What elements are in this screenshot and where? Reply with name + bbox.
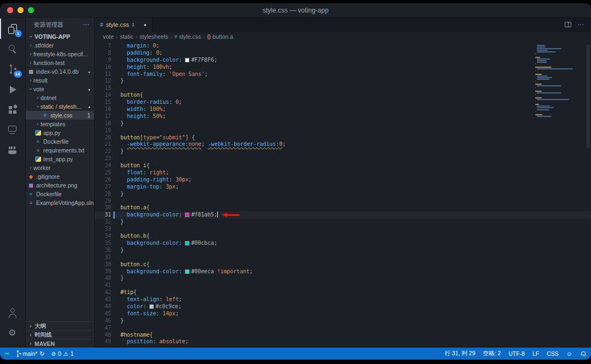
maven-panel-header[interactable]: › MAVEN xyxy=(26,339,94,348)
branch-status[interactable]: main* ↻ xyxy=(16,350,45,357)
code-line[interactable]: 20button[type="submit"] { xyxy=(95,134,591,142)
code-line[interactable]: 14button{ xyxy=(95,92,591,99)
section-header-voting-app[interactable]: › VOTING-APP xyxy=(26,32,94,41)
code-line[interactable]: 34button.b{ xyxy=(95,233,591,240)
code-line[interactable]: 16 width: 100%; xyxy=(95,106,591,113)
code-line[interactable]: 47 xyxy=(95,325,591,332)
remote-indicator[interactable]: >< xyxy=(4,351,9,356)
code-line[interactable]: 19 xyxy=(95,127,591,134)
split-editor-icon[interactable] xyxy=(565,22,571,27)
outline-panel-header[interactable]: › 大纲 xyxy=(26,321,94,330)
code-line[interactable]: 35 background-color: #00cbca; xyxy=(95,240,591,247)
code-line[interactable]: 12} xyxy=(95,78,591,85)
more-actions-icon[interactable]: ⋯ xyxy=(83,21,90,28)
minimize-button[interactable] xyxy=(18,7,24,13)
code-line[interactable]: 25 float: right; xyxy=(95,169,591,177)
code-line[interactable]: 31 background-color: #f81ab5; xyxy=(95,212,591,219)
editor-scrollbar[interactable] xyxy=(586,44,590,148)
editor-more-actions-icon[interactable]: ⋯ xyxy=(577,21,584,28)
code-line[interactable]: 17 height: 50%; xyxy=(95,113,591,120)
close-button[interactable] xyxy=(7,7,13,13)
tree-item[interactable]: ›static / stylesh...● xyxy=(26,102,94,111)
code-editor[interactable]: 7 margin: 0;8 padding: 0;9 background-co… xyxy=(95,42,591,348)
cursor-position-status[interactable]: 行 31, 列 29 xyxy=(444,350,475,357)
code-line[interactable]: 28} xyxy=(95,191,591,198)
tree-item[interactable]: ›function-test xyxy=(26,58,94,67)
tree-item[interactable]: ≡requirements.txt xyxy=(26,146,94,155)
problems-status[interactable]: ⊘ 0 ⚠ 1 xyxy=(51,350,74,357)
code-line[interactable]: 10 height: 100vh; xyxy=(95,64,591,71)
tree-item[interactable]: ›dotnet xyxy=(26,93,94,102)
code-line[interactable]: 13 xyxy=(95,85,591,92)
tree-item[interactable]: ≈Dockerfile xyxy=(26,190,94,198)
activity-item-search[interactable] xyxy=(0,39,26,59)
tree-item[interactable]: ›worker xyxy=(26,163,94,172)
breadcrumb-item[interactable]: {}button.a xyxy=(207,33,234,40)
minimap[interactable] xyxy=(535,45,582,118)
activity-item-explorer[interactable]: 1 xyxy=(0,19,26,39)
code-line[interactable]: 42#tip{ xyxy=(95,289,591,296)
zoom-button[interactable] xyxy=(28,7,34,13)
code-line[interactable]: 45 font-size: 14px; xyxy=(95,310,591,318)
code-line[interactable]: 37 xyxy=(95,254,591,261)
code-line[interactable]: 41 xyxy=(95,282,591,289)
notifications-bell-icon[interactable] xyxy=(580,351,586,357)
encoding-status[interactable]: UTF-8 xyxy=(508,350,525,357)
breadcrumb-item[interactable]: stylesheets xyxy=(140,33,169,40)
language-status[interactable]: CSS xyxy=(547,350,559,357)
code-line[interactable]: 15 border-radius: 0; xyxy=(95,99,591,106)
code-line[interactable]: 33 xyxy=(95,226,591,233)
tree-item[interactable]: ▦architecture.png xyxy=(26,181,94,190)
code-line[interactable]: 27 margin-top: 3px; xyxy=(95,184,591,191)
code-line[interactable]: 36} xyxy=(95,247,591,254)
code-line[interactable]: 38button.c{ xyxy=(95,261,591,268)
code-line[interactable]: 30button.a{ xyxy=(95,204,591,212)
activity-item-docker[interactable] xyxy=(0,140,26,160)
feedback-icon[interactable]: ☺ xyxy=(566,350,572,357)
breadcrumb-item[interactable]: static xyxy=(120,33,134,40)
activity-item-source-control[interactable]: 14 xyxy=(0,59,26,79)
tree-item[interactable]: ›vote● xyxy=(26,85,94,93)
code-line[interactable]: 40} xyxy=(95,275,591,282)
code-line[interactable]: 22} xyxy=(95,148,591,155)
code-line[interactable]: 26 padding-right: 30px; xyxy=(95,177,591,184)
tree-item[interactable]: ▤index-v0.14.0.db● xyxy=(26,67,94,76)
code-line[interactable]: 21 -webkit-appearance:none; -webkit-bord… xyxy=(95,141,591,148)
tree-item[interactable]: #style.css1 xyxy=(26,111,94,120)
code-line[interactable]: 8 padding: 0; xyxy=(95,50,591,57)
code-line[interactable]: 9 background-color: #F7F8F6; xyxy=(95,57,591,64)
tree-item[interactable]: ›templates xyxy=(26,120,94,128)
timeline-panel-header[interactable]: › 时间线 xyxy=(26,330,94,339)
code-line[interactable]: 49 position: absolute; xyxy=(95,338,591,345)
code-line[interactable]: 7 margin: 0; xyxy=(95,43,591,50)
code-line[interactable]: 46} xyxy=(95,318,591,325)
code-line[interactable]: 24button i{ xyxy=(95,162,591,169)
code-line[interactable]: 23 xyxy=(95,155,591,162)
tree-item[interactable]: ◆.gitignore xyxy=(26,172,94,181)
code-line[interactable]: 29 xyxy=(95,198,591,205)
code-line[interactable]: 11 font-family: 'Open Sans'; xyxy=(95,71,591,78)
tree-item[interactable]: ›result xyxy=(26,76,94,85)
code-line[interactable]: 39 background-color: #00eeca !important; xyxy=(95,268,591,275)
activity-item-account[interactable] xyxy=(0,303,26,323)
code-line[interactable]: 44 color: #c0c9ce; xyxy=(95,303,591,310)
tree-item[interactable]: ≈Dockerfile xyxy=(26,137,94,146)
tree-item[interactable]: ›freestyle-k8s-specif... xyxy=(26,50,94,58)
tree-item[interactable]: ≡ExampleVotingApp.sln xyxy=(26,198,94,207)
breadcrumb-item[interactable]: #style.css xyxy=(175,33,201,40)
activity-item-remote-explorer[interactable] xyxy=(0,120,26,140)
breadcrumb-item[interactable]: vote xyxy=(103,33,114,40)
activity-item-settings[interactable] xyxy=(0,323,26,343)
tree-item[interactable]: test_app.py xyxy=(26,155,94,163)
code-line[interactable]: 18} xyxy=(95,120,591,127)
code-line[interactable]: 32} xyxy=(95,219,591,226)
code-line[interactable]: 43 text-align: left; xyxy=(95,296,591,303)
indentation-status[interactable]: 空格: 2 xyxy=(483,350,501,357)
code-line[interactable]: 48#hostname{ xyxy=(95,332,591,339)
tree-item[interactable]: ›.stfolder xyxy=(26,41,94,50)
activity-item-extensions[interactable] xyxy=(0,99,26,120)
eol-status[interactable]: LF xyxy=(532,350,539,357)
tab-style-css[interactable]: # style.css 1 ● xyxy=(95,17,153,32)
tree-item[interactable]: app.py xyxy=(26,128,94,137)
activity-item-run-debug[interactable] xyxy=(0,79,26,99)
